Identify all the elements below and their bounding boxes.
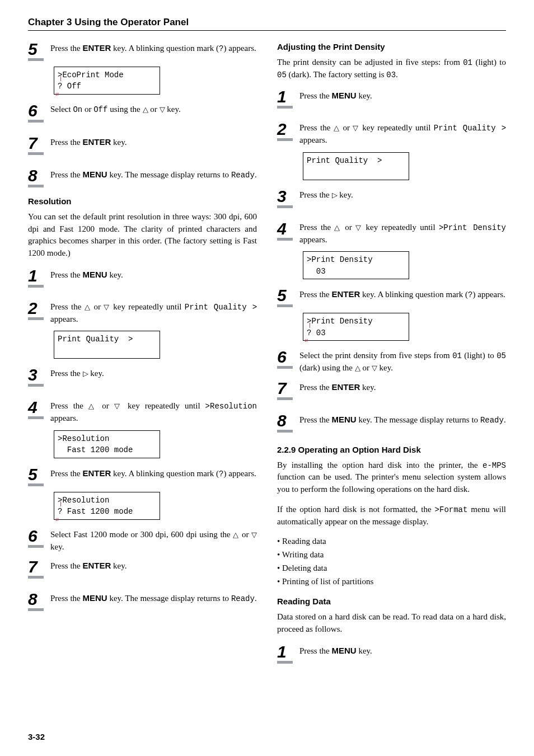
lcd-line1: >Print Density xyxy=(307,317,373,326)
code-01: 01 xyxy=(452,351,462,360)
triangle-up-icon: △ xyxy=(233,530,239,539)
lcd-qmark: ? xyxy=(307,328,311,337)
code-emps: e-MPS xyxy=(483,461,506,470)
step-number: 8 xyxy=(28,591,50,611)
paragraph-adjust-density: The print density can be adjusted in fiv… xyxy=(277,57,506,81)
step-6: 6 Select On or Off using the △ or ▽ key. xyxy=(28,102,257,123)
key-enter: ENTER xyxy=(83,561,111,570)
list-item: Reading data xyxy=(277,536,506,548)
den-step-5: 5 Press the ENTER key. A blinking questi… xyxy=(277,287,506,307)
step-text: Select Fast 1200 mode or 300 dpi, 600 dp… xyxy=(50,529,257,553)
code-qmark: ? xyxy=(468,290,472,299)
triangle-down-icon: ▽ xyxy=(160,105,165,114)
code-format: >Format xyxy=(435,505,468,514)
code-ready: Ready xyxy=(480,416,504,425)
key-menu: MENU xyxy=(332,646,357,655)
step-text: Press the ENTER key. xyxy=(50,560,257,572)
top-rule xyxy=(28,30,506,31)
step-text: Press the ENTER key. A blinking question… xyxy=(50,467,257,480)
step-number: 2 xyxy=(277,121,299,141)
den-step-4: 4 Press the △ or ▽ key repeatedly until … xyxy=(277,220,506,246)
triangle-up-icon: △ xyxy=(334,223,341,232)
step-number: 5 xyxy=(277,287,299,307)
triangle-down-icon: ▽ xyxy=(372,364,377,372)
step-8: 8 Press the MENU key. The message displa… xyxy=(28,167,257,187)
step-text: Press the △ or ▽ key repeatedly until >P… xyxy=(299,222,506,246)
left-column: 5 Press the ENTER key. A blinking questi… xyxy=(28,41,257,669)
lcd-ecoprint: >EcoPrint Mode ? Off xyxy=(54,67,160,95)
step-number: 7 xyxy=(28,558,50,579)
lcd-line1: Print Quality > xyxy=(307,156,382,165)
triangle-down-icon: ▽ xyxy=(114,402,123,410)
step-number: 1 xyxy=(28,267,50,288)
blink-cursor: ? xyxy=(58,506,62,517)
heading-adjust-density: Adjusting the Print Density xyxy=(277,41,506,53)
key-enter: ENTER xyxy=(332,289,360,299)
lcd-line1: >Resolution xyxy=(58,434,109,443)
code-print-quality: Print Quality > xyxy=(434,124,506,133)
triangle-up-icon: △ xyxy=(88,402,97,410)
step-text: Press the △ or ▽ key repeatedly until >R… xyxy=(50,400,257,425)
den-step-6: 6 Select the print density from five ste… xyxy=(277,349,506,374)
lcd-line1: >EcoPrint Mode xyxy=(58,71,124,79)
lcd-line2: 03 xyxy=(307,267,326,276)
den-step-3: 3 Press the ▷ key. xyxy=(277,188,506,208)
lcd-line1: >Print Density xyxy=(307,255,373,264)
lcd-line2: Off xyxy=(67,82,81,91)
list-item: Writing data xyxy=(277,549,506,561)
code-ready: Ready xyxy=(231,594,255,603)
read-step-1: 1 Press the MENU key. xyxy=(277,644,506,664)
step-number: 7 xyxy=(28,135,50,155)
res-step-5: 5 Press the ENTER key. A blinking questi… xyxy=(28,466,257,486)
res-step-8: 8 Press the MENU key. The message displa… xyxy=(28,591,257,611)
step-text: Press the ENTER key. xyxy=(50,136,257,149)
step-text: Press the ENTER key. xyxy=(299,381,506,394)
step-text: Press the MENU key. xyxy=(50,269,257,281)
lcd-print-quality-r: Print Quality > xyxy=(303,152,409,180)
step-number: 1 xyxy=(277,644,299,664)
res-step-6: 6 Select Fast 1200 mode or 300 dpi, 600 … xyxy=(28,528,257,553)
heading-reading-data: Reading Data xyxy=(277,595,506,608)
blink-cursor: ? xyxy=(307,327,311,339)
step-text: Press the ▷ key. xyxy=(299,189,506,201)
den-step-2: 2 Press the △ or ▽ key repeatedly until … xyxy=(277,121,506,147)
lcd-line1: >Resolution xyxy=(58,496,109,505)
step-text: Select On or Off using the △ or ▽ key. xyxy=(50,104,257,116)
bullet-list: Reading data Writing data Deleting data … xyxy=(277,536,506,588)
lcd-qmark: ? xyxy=(58,507,62,516)
triangle-down-icon: ▽ xyxy=(251,530,257,539)
step-text: Press the ▷ key. xyxy=(50,368,257,380)
code-resolution: >Resolution xyxy=(205,402,257,411)
triangle-up-icon: △ xyxy=(334,124,340,132)
code-on: On xyxy=(73,105,82,114)
key-menu: MENU xyxy=(83,593,107,603)
right-column: Adjusting the Print Density The print de… xyxy=(277,41,506,669)
step-text: Press the MENU key. The message display … xyxy=(50,592,257,605)
step-text: Press the MENU key. The message display … xyxy=(299,414,506,426)
paragraph-option-1: By installing the option hard disk into … xyxy=(277,459,506,496)
step-number: 6 xyxy=(28,102,50,123)
lcd-line2: Fast 1200 mode xyxy=(58,445,133,454)
code-03: 03 xyxy=(386,71,396,79)
code-qmark: ? xyxy=(219,44,223,53)
triangle-right-icon: ▷ xyxy=(332,191,338,199)
step-7: 7 Press the ENTER key. xyxy=(28,135,257,155)
triangle-down-icon: ▽ xyxy=(355,223,362,232)
triangle-right-icon: ▷ xyxy=(83,369,88,378)
key-enter: ENTER xyxy=(83,43,111,53)
key-enter: ENTER xyxy=(83,468,111,478)
triangle-up-icon: △ xyxy=(355,364,360,372)
triangle-up-icon: △ xyxy=(143,105,148,114)
lcd-print-density: >Print Density 03 xyxy=(303,251,409,279)
step-text: Press the △ or ▽ key repeatedly until Pr… xyxy=(299,122,506,147)
step-number: 3 xyxy=(28,367,50,387)
triangle-down-icon: ▽ xyxy=(104,303,110,311)
paragraph-resolution: You can set the default print resolution… xyxy=(28,211,257,260)
lcd-resolution: >Resolution Fast 1200 mode xyxy=(54,430,160,458)
key-menu: MENU xyxy=(332,91,357,100)
code-01: 01 xyxy=(463,58,472,67)
lcd-print-quality: Print Quality > xyxy=(54,331,160,359)
step-text: Press the MENU key. xyxy=(299,90,506,102)
page-number: 3-32 xyxy=(28,732,45,741)
den-step-7: 7 Press the ENTER key. xyxy=(277,380,506,400)
